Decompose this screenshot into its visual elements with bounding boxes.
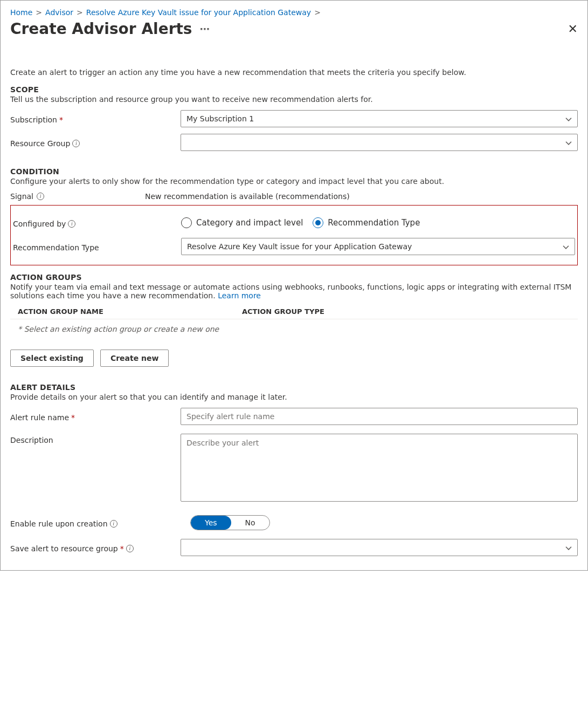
col-action-group-type: ACTION GROUP TYPE xyxy=(242,307,324,316)
enable-rule-label: Enable rule upon creation i xyxy=(10,517,190,528)
scope-heading: SCOPE xyxy=(10,85,578,94)
alert-rule-name-label: Alert rule name * xyxy=(10,411,181,422)
radio-category-impact[interactable]: Category and impact level xyxy=(181,217,303,228)
resource-group-dropdown[interactable] xyxy=(181,134,578,151)
required-asterisk: * xyxy=(59,115,63,124)
condition-highlight: Configured by i Category and impact leve… xyxy=(10,205,578,265)
chevron-down-icon xyxy=(565,140,572,147)
resource-group-label: Resource Group i xyxy=(10,137,181,148)
page-title: Create Advisor Alerts ⋯ xyxy=(10,20,210,38)
description-label: Description xyxy=(10,434,181,444)
breadcrumb: Home > Advisor > Resolve Azure Key Vault… xyxy=(10,8,578,17)
action-groups-heading: ACTION GROUPS xyxy=(10,273,578,282)
info-icon[interactable]: i xyxy=(68,220,75,228)
breadcrumb-advisor[interactable]: Advisor xyxy=(45,8,73,17)
alert-details-desc: Provide details on your alert so that yo… xyxy=(10,393,578,401)
action-groups-desc: Notify your team via email and text mess… xyxy=(10,283,578,300)
condition-desc: Configure your alerts to only show for t… xyxy=(10,177,578,186)
required-asterisk: * xyxy=(71,413,75,422)
description-textarea[interactable] xyxy=(181,434,578,502)
rectype-value: Resolve Azure Key Vault issue for your A… xyxy=(187,242,412,251)
action-groups-table-header: ACTION GROUP NAME ACTION GROUP TYPE xyxy=(10,307,578,319)
signal-label: Signal i xyxy=(10,192,145,201)
breadcrumb-resolve[interactable]: Resolve Azure Key Vault issue for your A… xyxy=(86,8,311,17)
recommendation-type-label: Recommendation Type xyxy=(13,241,181,252)
condition-heading: CONDITION xyxy=(10,167,578,176)
configured-by-label: Configured by i xyxy=(13,217,181,228)
radio-icon xyxy=(181,217,192,228)
close-icon[interactable]: ✕ xyxy=(568,21,578,37)
breadcrumb-home[interactable]: Home xyxy=(10,8,32,17)
learn-more-link[interactable]: Learn more xyxy=(218,291,261,300)
save-alert-label: Save alert to resource group * i xyxy=(10,542,181,553)
signal-value: New recommendation is available (recomme… xyxy=(145,192,350,201)
required-asterisk: * xyxy=(120,544,124,553)
subscription-dropdown[interactable]: My Subscription 1 xyxy=(181,110,578,127)
chevron-down-icon xyxy=(565,545,572,552)
subscription-value: My Subscription 1 xyxy=(186,114,254,123)
col-action-group-name: ACTION GROUP NAME xyxy=(18,307,242,316)
alert-details-heading: ALERT DETAILS xyxy=(10,383,578,392)
enable-rule-toggle[interactable]: Yes No xyxy=(190,515,270,530)
radio-icon xyxy=(313,217,323,228)
toggle-no[interactable]: No xyxy=(231,516,269,530)
chevron-right-icon: > xyxy=(314,8,321,17)
subscription-label: Subscription * xyxy=(10,113,181,124)
info-icon[interactable]: i xyxy=(72,140,80,147)
recommendation-type-dropdown[interactable]: Resolve Azure Key Vault issue for your A… xyxy=(181,238,575,255)
save-alert-dropdown[interactable] xyxy=(181,539,578,556)
create-new-button[interactable]: Create new xyxy=(100,350,169,367)
chevron-down-icon xyxy=(565,117,572,123)
scope-desc: Tell us the subscription and resource gr… xyxy=(10,95,578,104)
alert-rule-name-input[interactable] xyxy=(181,408,578,425)
info-icon[interactable]: i xyxy=(110,520,117,528)
info-icon[interactable]: i xyxy=(126,545,134,552)
action-groups-empty: * Select an existing action group or cre… xyxy=(10,319,578,339)
intro-text: Create an alert to trigger an action any… xyxy=(10,68,578,77)
info-icon[interactable]: i xyxy=(37,193,44,200)
radio-recommendation-type[interactable]: Recommendation Type xyxy=(313,217,420,228)
chevron-down-icon xyxy=(563,244,569,251)
chevron-right-icon: > xyxy=(77,8,83,17)
more-icon[interactable]: ⋯ xyxy=(200,24,210,34)
chevron-right-icon: > xyxy=(36,8,42,17)
toggle-yes[interactable]: Yes xyxy=(191,516,231,530)
configured-by-radioset: Category and impact level Recommendation… xyxy=(181,217,575,228)
select-existing-button[interactable]: Select existing xyxy=(10,350,94,367)
page-title-text: Create Advisor Alerts xyxy=(10,20,192,38)
